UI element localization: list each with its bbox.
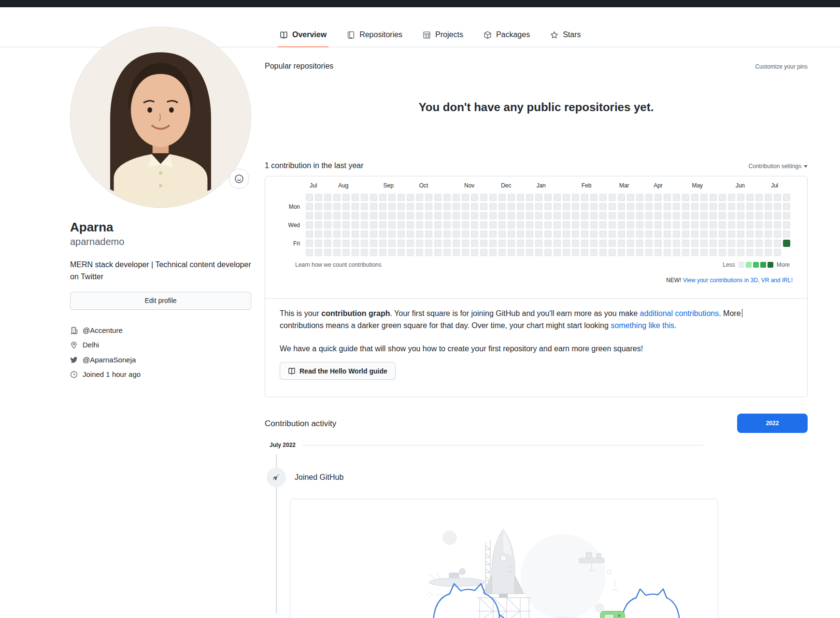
contribution-cell[interactable] bbox=[535, 194, 542, 201]
contribution-cell[interactable] bbox=[655, 249, 662, 256]
contribution-cell[interactable] bbox=[710, 212, 717, 219]
hello-world-guide-button[interactable]: Read the Hello World guide bbox=[280, 362, 396, 380]
contribution-cell[interactable] bbox=[563, 194, 570, 201]
contribution-cell[interactable] bbox=[572, 203, 579, 210]
contribution-cell[interactable] bbox=[563, 203, 570, 210]
contribution-cell[interactable] bbox=[489, 212, 497, 219]
contribution-cell[interactable] bbox=[407, 203, 414, 210]
contribution-cell[interactable] bbox=[526, 221, 533, 229]
contribution-cell[interactable] bbox=[673, 194, 680, 201]
contribution-cell[interactable] bbox=[544, 194, 552, 201]
contribution-cell[interactable] bbox=[379, 194, 386, 201]
contribution-cell[interactable] bbox=[388, 230, 396, 238]
contribution-cell[interactable] bbox=[627, 240, 634, 247]
contribution-cell[interactable] bbox=[535, 249, 542, 256]
contribution-cell[interactable] bbox=[517, 212, 524, 219]
customize-pins-link[interactable]: Customize your pins bbox=[755, 63, 808, 70]
contribution-cell[interactable] bbox=[370, 212, 377, 219]
contribution-cell[interactable] bbox=[609, 240, 616, 247]
contribution-cell[interactable] bbox=[618, 249, 625, 256]
contribution-cell[interactable] bbox=[728, 194, 735, 201]
contribution-cell[interactable] bbox=[774, 221, 781, 229]
contribution-cell[interactable] bbox=[379, 212, 386, 219]
contribution-cell[interactable] bbox=[746, 212, 754, 219]
contribution-cell[interactable] bbox=[572, 212, 579, 219]
avatar[interactable] bbox=[70, 27, 251, 208]
contribution-cell[interactable] bbox=[572, 230, 579, 238]
contribution-cell[interactable] bbox=[517, 249, 524, 256]
contribution-cell[interactable] bbox=[618, 240, 625, 247]
contribution-cell[interactable] bbox=[379, 221, 386, 229]
contribution-cell[interactable] bbox=[535, 221, 542, 229]
tab-packages[interactable]: Packages bbox=[482, 25, 532, 47]
contribution-cell[interactable] bbox=[627, 212, 634, 219]
contribution-cell[interactable] bbox=[434, 249, 441, 256]
contribution-cell[interactable] bbox=[572, 240, 579, 247]
contribution-cell[interactable] bbox=[388, 194, 396, 201]
contribution-cell[interactable] bbox=[370, 203, 377, 210]
contribution-cell[interactable] bbox=[526, 240, 533, 247]
contribution-cell[interactable] bbox=[710, 203, 717, 210]
contribution-cell[interactable] bbox=[563, 240, 570, 247]
contribution-cell[interactable] bbox=[526, 194, 533, 201]
contribution-cell[interactable] bbox=[618, 194, 625, 201]
contribution-cell[interactable] bbox=[306, 203, 313, 210]
contribution-cell[interactable] bbox=[388, 203, 396, 210]
contribution-cell[interactable] bbox=[636, 240, 643, 247]
contribution-cell[interactable] bbox=[544, 203, 552, 210]
contribution-cell[interactable] bbox=[379, 240, 386, 247]
contribution-cell[interactable] bbox=[315, 203, 322, 210]
contribution-cell[interactable] bbox=[590, 249, 598, 256]
contribution-cell[interactable] bbox=[333, 221, 341, 229]
contribution-cell[interactable] bbox=[700, 212, 708, 219]
contribution-cell[interactable] bbox=[673, 249, 680, 256]
contribution-cell[interactable] bbox=[526, 203, 533, 210]
contribution-cell[interactable] bbox=[609, 194, 616, 201]
contribution-cell[interactable] bbox=[398, 203, 405, 210]
contribution-cell[interactable] bbox=[783, 203, 790, 210]
contribution-cell[interactable] bbox=[342, 240, 350, 247]
profile-company-text[interactable]: @Accenture bbox=[83, 325, 123, 336]
contribution-cell[interactable] bbox=[746, 249, 754, 256]
contribution-cell[interactable] bbox=[361, 240, 368, 247]
contribution-cell[interactable] bbox=[691, 249, 698, 256]
contribution-cell[interactable] bbox=[554, 249, 561, 256]
contribution-cell[interactable] bbox=[719, 240, 726, 247]
contribution-cell[interactable] bbox=[755, 221, 763, 229]
contribution-cell[interactable] bbox=[352, 230, 359, 238]
contribution-cell[interactable] bbox=[581, 221, 588, 229]
contribution-cell[interactable] bbox=[719, 194, 726, 201]
contribution-cell[interactable] bbox=[682, 212, 689, 219]
contribution-cell[interactable] bbox=[434, 240, 441, 247]
contribution-cell[interactable] bbox=[361, 230, 368, 238]
contribution-cell[interactable] bbox=[746, 230, 754, 238]
contribution-cell[interactable] bbox=[453, 212, 460, 219]
contribution-cell[interactable] bbox=[655, 230, 662, 238]
contribution-cell[interactable] bbox=[737, 240, 744, 247]
contribution-cell[interactable] bbox=[627, 194, 634, 201]
contribution-cell[interactable] bbox=[581, 212, 588, 219]
contribution-cell[interactable] bbox=[618, 203, 625, 210]
contribution-cell[interactable] bbox=[361, 203, 368, 210]
contribution-cell[interactable] bbox=[416, 230, 423, 238]
contribution-cell[interactable] bbox=[599, 221, 607, 229]
contribution-cell[interactable] bbox=[691, 230, 698, 238]
contribution-cell[interactable] bbox=[398, 240, 405, 247]
additional-contributions-link[interactable]: additional contributions bbox=[640, 309, 719, 317]
contribution-cell[interactable] bbox=[434, 194, 441, 201]
contribution-cell[interactable] bbox=[627, 230, 634, 238]
contribution-cell[interactable] bbox=[581, 194, 588, 201]
contribution-cell[interactable] bbox=[645, 221, 653, 229]
contribution-cell[interactable] bbox=[774, 230, 781, 238]
contribution-cell[interactable] bbox=[517, 203, 524, 210]
contribution-cell[interactable] bbox=[425, 230, 432, 238]
contribution-cell[interactable] bbox=[471, 203, 478, 210]
contribution-cell[interactable] bbox=[636, 203, 643, 210]
contribution-cell[interactable] bbox=[407, 249, 414, 256]
contribution-cell[interactable] bbox=[388, 221, 396, 229]
contribution-cell[interactable] bbox=[425, 212, 432, 219]
contribution-cell[interactable] bbox=[535, 203, 542, 210]
contribution-cell[interactable] bbox=[306, 230, 313, 238]
contribution-cell[interactable] bbox=[498, 240, 506, 247]
contribution-cell[interactable] bbox=[645, 212, 653, 219]
